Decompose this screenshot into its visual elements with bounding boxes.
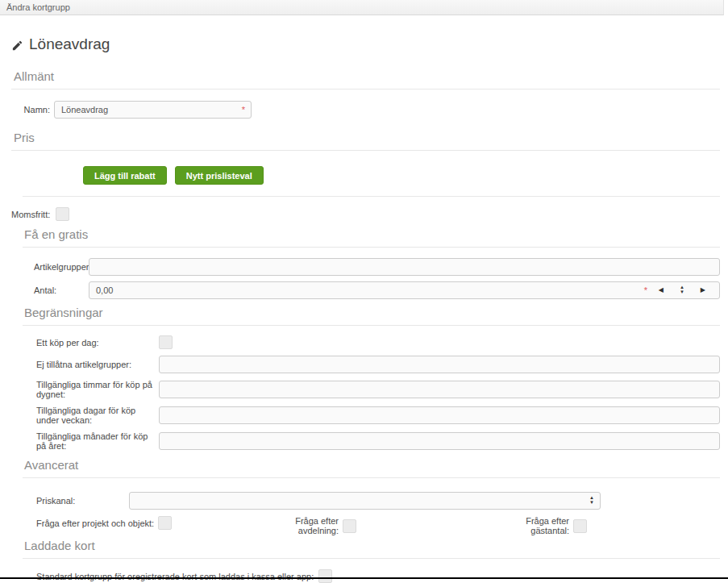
fraga-gastantal-checkbox[interactable]: [573, 519, 587, 533]
section-divider: [23, 325, 720, 326]
separator-line: [23, 196, 720, 197]
ej-tillatna-label: Ej tillåtna artikelgrupper:: [36, 360, 159, 369]
window-bottom-border: [0, 577, 728, 579]
priskanal-spinner[interactable]: ▲▼: [589, 496, 594, 506]
pris-buttons: Lägg till rabatt Nytt prislisteval: [83, 166, 720, 185]
field-row-ej-tillatna: Ej tillåtna artikelgrupper:: [36, 356, 720, 373]
momsfritt-checkbox[interactable]: [56, 207, 69, 221]
section-divider: [11, 150, 720, 151]
step-left-icon[interactable]: ◀: [659, 286, 664, 294]
fraga-avdelning-group: Fråga efter avdelning:: [271, 516, 356, 535]
fraga-projekt-group: Fråga efter projekt och objekt:: [36, 516, 172, 530]
section-divider: [23, 558, 720, 559]
form-page: Löneavdrag Allmänt Namn: * Pris Lägg til…: [0, 35, 728, 583]
artikelgrupper-input[interactable]: [89, 258, 720, 276]
step-right-icon[interactable]: ▶: [701, 286, 705, 294]
antal-label: Antal:: [34, 285, 89, 295]
fraga-projekt-checkbox[interactable]: [158, 516, 172, 530]
section-divider: [23, 247, 720, 248]
field-row-dagar: Tillgängliga dagar för köp under veckan:: [36, 406, 720, 425]
timmar-input[interactable]: [159, 381, 720, 398]
ej-tillatna-input[interactable]: [159, 356, 720, 373]
section-divider: [11, 89, 720, 90]
standard-kortgrupp-checkbox[interactable]: [318, 569, 332, 583]
section-header-fa-en-gratis: Få en gratis: [24, 227, 720, 241]
artikelgrupper-label: Artikelgrupper:: [34, 262, 89, 272]
namn-label: Namn:: [11, 105, 50, 115]
antal-input[interactable]: [89, 281, 720, 299]
fraga-gastantal-label: Fråga efter gästantal:: [505, 516, 569, 535]
field-row-namn: Namn: *: [11, 101, 720, 119]
required-asterisk: *: [644, 285, 647, 295]
fraga-avdelning-label: Fråga efter avdelning:: [271, 516, 339, 535]
field-row-momsfritt: Momsfritt:: [11, 207, 720, 221]
momsfritt-label: Momsfritt:: [11, 210, 50, 219]
section-header-pris: Pris: [14, 131, 720, 144]
field-row-ett-kop-per-dag: Ett köp per dag:: [36, 335, 720, 349]
field-row-manader: Tillgängliga månader för köp på året:: [36, 431, 720, 451]
section-header-begransningar: Begränsningar: [24, 306, 720, 319]
manader-input[interactable]: [159, 432, 720, 450]
field-row-artikelgrupper: Artikelgrupper:: [34, 258, 720, 276]
timmar-label: Tillgängliga timmar för köp på dygnet:: [36, 380, 159, 399]
antal-spinner[interactable]: ▲▼: [680, 285, 684, 295]
field-row-antal: Antal: * ◀ ▲▼ ▶: [34, 281, 720, 299]
section-header-allmant: Allmänt: [14, 69, 720, 83]
page-title: Löneavdrag: [11, 35, 720, 53]
ett-kop-per-dag-checkbox[interactable]: [159, 335, 173, 349]
manader-label: Tillgängliga månader för köp på året:: [36, 431, 159, 451]
priskanal-label: Priskanal:: [36, 496, 129, 506]
section-header-avancerat: Avancerat: [24, 458, 720, 472]
field-row-priskanal: Priskanal: ▲▼: [36, 492, 720, 510]
pencil-icon: [11, 40, 23, 52]
namn-input[interactable]: [54, 101, 252, 119]
fraga-projekt-label: Fråga efter projekt och objekt:: [36, 518, 154, 528]
add-discount-button[interactable]: Lägg till rabatt: [83, 166, 167, 185]
field-row-standard-kortgrupp: Standard kortgrupp för oregistrerade kor…: [36, 569, 720, 583]
section-header-laddade-kort: Laddade kort: [24, 539, 720, 552]
fraga-gastantal-group: Fråga efter gästantal:: [505, 516, 587, 535]
standard-kortgrupp-label: Standard kortgrupp för oregistrerade kor…: [36, 572, 314, 581]
priskanal-input[interactable]: [129, 492, 601, 510]
fraga-avdelning-checkbox[interactable]: [343, 519, 356, 533]
ett-kop-per-dag-label: Ett köp per dag:: [36, 338, 159, 348]
field-row-timmar: Tillgängliga timmar för köp på dygnet:: [36, 380, 720, 399]
breadcrumb: Ändra kortgrupp: [0, 0, 724, 15]
spinner-down-icon[interactable]: ▼: [680, 290, 684, 295]
page-title-text: Löneavdrag: [29, 35, 110, 53]
field-row-fraga: Fråga efter projekt och objekt: Fråga ef…: [11, 516, 720, 530]
section-divider: [23, 477, 720, 478]
dagar-label: Tillgängliga dagar för köp under veckan:: [36, 406, 159, 425]
new-pricelist-button[interactable]: Nytt prislisteval: [175, 166, 264, 185]
spinner-down-icon[interactable]: ▼: [589, 501, 594, 506]
required-asterisk: *: [242, 105, 245, 115]
dagar-input[interactable]: [159, 406, 720, 424]
